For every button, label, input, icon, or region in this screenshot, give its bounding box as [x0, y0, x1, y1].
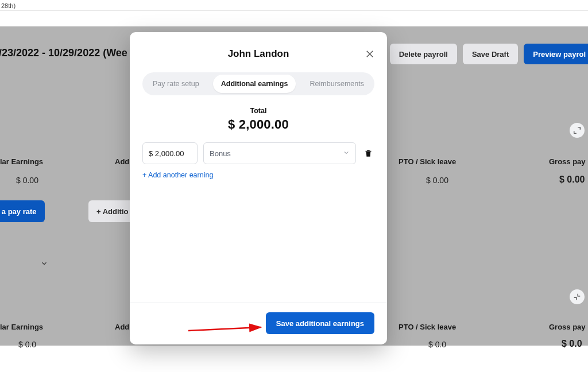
tab-pay-rate-setup[interactable]: Pay rate setup — [145, 75, 207, 93]
val-regular-earnings-2: $ 0.0 — [18, 340, 36, 349]
col-pto: PTO / Sick leave — [399, 157, 456, 166]
collapse-icon[interactable] — [570, 289, 585, 304]
col-gross-2: Gross pay — [549, 323, 586, 331]
modal-footer: Save additional earnings — [130, 303, 387, 344]
save-additional-earnings-button[interactable]: Save additional earnings — [266, 312, 374, 334]
add-additional-button[interactable]: + Additio — [88, 200, 137, 222]
earning-type-value: Bonus — [210, 149, 231, 158]
val-pto: $ 0.00 — [426, 176, 448, 185]
val-gross-2: $ 0.0 — [562, 339, 582, 349]
val-regular-earnings: $ 0.00 — [16, 176, 38, 185]
col-gross: Gross pay — [549, 157, 586, 166]
modal-tabs: Pay rate setup Additional earnings Reimb… — [142, 72, 374, 95]
col-additional: Add — [115, 157, 129, 166]
top-strip: 28th) — [0, 0, 588, 10]
chevron-down-icon[interactable] — [40, 259, 48, 269]
bottom-whitespace — [0, 346, 588, 372]
close-icon[interactable] — [363, 47, 377, 61]
earning-amount-input[interactable] — [142, 142, 198, 164]
total-value: $ 2,000.00 — [130, 117, 387, 132]
total-label: Total — [130, 107, 387, 115]
val-gross: $ 0.00 — [559, 175, 585, 185]
col-regular-earnings-2: ular Earnings — [0, 323, 43, 331]
delete-payroll-button[interactable]: Delete payroll — [390, 44, 457, 64]
top-strip-text: 28th) — [0, 2, 16, 9]
earning-type-select[interactable]: Bonus — [203, 142, 356, 164]
delete-earning-icon[interactable] — [362, 149, 374, 158]
modal-title: John Landon — [144, 48, 373, 60]
divider — [0, 10, 588, 11]
chevron-down-icon — [343, 149, 350, 158]
tab-reimbursements[interactable]: Reimbursements — [302, 75, 372, 93]
header-buttons: Delete payroll Save Draft Preview payrol — [390, 44, 588, 64]
val-pto-2: $ 0.0 — [428, 340, 446, 349]
col-additional-2: Add — [115, 323, 129, 331]
additional-earnings-modal: John Landon Pay rate setup Additional ea… — [130, 32, 387, 344]
col-pto-2: PTO / Sick leave — [399, 323, 456, 331]
preview-payroll-button[interactable]: Preview payrol — [524, 44, 588, 64]
save-draft-button[interactable]: Save Draft — [463, 44, 518, 64]
modal-header: John Landon — [130, 32, 387, 64]
page-date-range: 0/23/2022 - 10/29/2022 (Wee — [0, 47, 127, 59]
tab-additional-earnings[interactable]: Additional earnings — [213, 75, 296, 93]
expand-icon[interactable] — [570, 123, 585, 138]
choose-pay-rate-button[interactable]: e a pay rate — [0, 200, 45, 222]
col-regular-earnings: ular Earnings — [0, 157, 43, 166]
earning-row: Bonus — [142, 142, 374, 164]
add-another-earning-link[interactable]: + Add another earning — [142, 171, 374, 179]
